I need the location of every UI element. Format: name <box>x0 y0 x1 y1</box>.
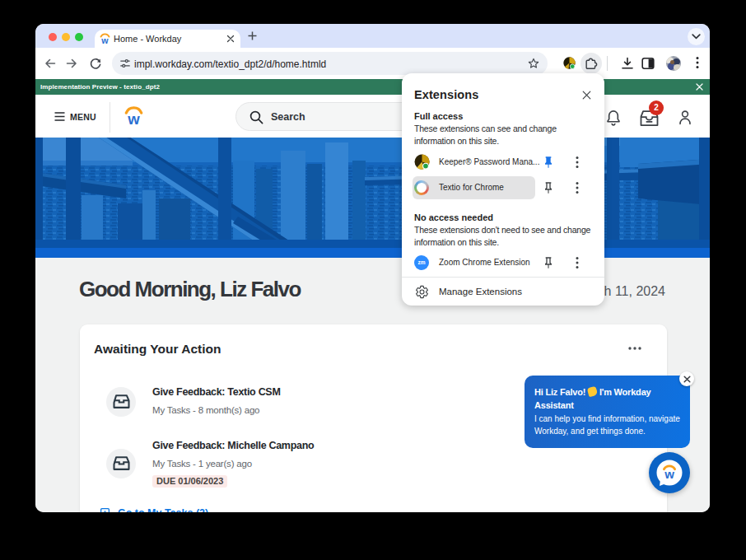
svg-text:w: w <box>100 35 109 45</box>
svg-text:w: w <box>664 467 674 481</box>
svg-text:w: w <box>127 110 140 128</box>
